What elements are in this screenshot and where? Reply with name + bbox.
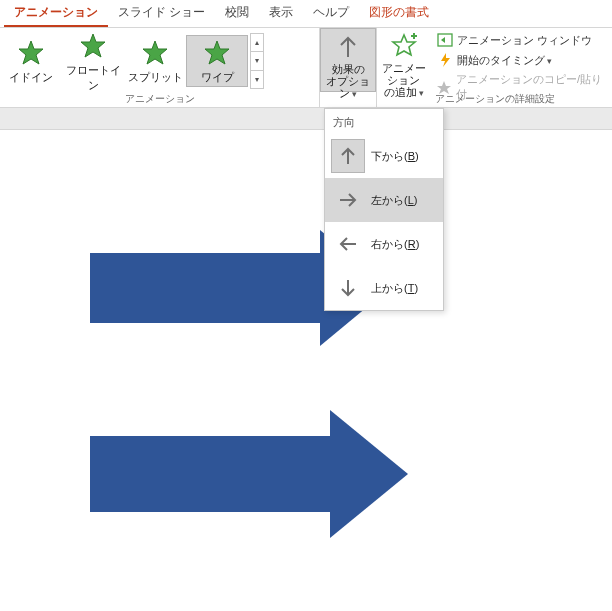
anim-label: フロートイン xyxy=(62,63,124,93)
trigger-label: 開始のタイミング xyxy=(457,53,553,68)
anim-flyin-partial[interactable]: イドイン xyxy=(0,36,62,86)
tab-shape-format[interactable]: 図形の書式 xyxy=(359,0,439,27)
tab-help[interactable]: ヘルプ xyxy=(303,0,359,27)
animation-pane-button[interactable]: アニメーション ウィンドウ xyxy=(431,30,612,50)
direction-from-top[interactable]: 上から(T) xyxy=(325,266,443,310)
gallery-down[interactable]: ▾ xyxy=(251,52,263,70)
ribbon: イドイン フロートイン スプリット ワイプ ▴ ▾ ▾ xyxy=(0,28,612,108)
ribbon-tabs: アニメーション スライド ショー 校閲 表示 ヘルプ 図形の書式 xyxy=(0,0,612,28)
menu-item-label: 上から(T) xyxy=(371,281,418,296)
arrow-up-icon xyxy=(334,33,362,61)
anim-floatin[interactable]: フロートイン xyxy=(62,29,124,94)
trigger-button[interactable]: 開始のタイミング xyxy=(431,50,612,70)
star-icon xyxy=(17,39,45,67)
svg-marker-2 xyxy=(143,41,167,64)
anim-label: スプリット xyxy=(124,70,186,85)
star-icon xyxy=(203,39,231,67)
gallery-up[interactable]: ▴ xyxy=(251,34,263,52)
animation-pane-label: アニメーション ウィンドウ xyxy=(457,33,592,48)
svg-marker-1 xyxy=(81,34,105,57)
menu-item-label: 右から(R) xyxy=(371,237,419,252)
anim-label: イドイン xyxy=(0,70,62,85)
arrow-head xyxy=(330,410,408,538)
trigger-icon xyxy=(437,52,453,68)
menu-item-label: 下から(B) xyxy=(371,149,419,164)
direction-from-right[interactable]: 右から(R) xyxy=(325,222,443,266)
anim-wipe[interactable]: ワイプ xyxy=(186,35,248,87)
tab-slideshow[interactable]: スライド ショー xyxy=(108,0,215,27)
pane-icon xyxy=(437,32,453,48)
arrow-right-icon xyxy=(331,183,365,217)
add-animation-button[interactable]: アニメーション の追加 xyxy=(377,28,431,100)
anim-split[interactable]: スプリット xyxy=(124,36,186,86)
tab-animation[interactable]: アニメーション xyxy=(4,0,108,27)
anim-label: ワイプ xyxy=(187,70,247,85)
direction-from-bottom[interactable]: 下から(B) xyxy=(325,134,443,178)
group-label-animation: アニメーション xyxy=(0,92,319,107)
svg-marker-0 xyxy=(19,41,43,64)
ruler xyxy=(0,108,612,130)
arrow-left-icon xyxy=(331,227,365,261)
arrow-down-icon xyxy=(331,271,365,305)
star-plus-icon xyxy=(390,32,418,60)
group-advanced: アニメーション の追加 アニメーション ウィンドウ 開始のタイミング xyxy=(377,28,612,107)
group-effect-options: 効果の オプション xyxy=(320,28,377,107)
arrow-shaft xyxy=(90,436,330,512)
direction-from-left[interactable]: 左から(L) xyxy=(325,178,443,222)
menu-item-label: 左から(L) xyxy=(371,193,417,208)
arrow-shaft xyxy=(90,253,320,323)
group-label-advanced: アニメーションの詳細設定 xyxy=(377,92,612,107)
effect-options-label2: オプション xyxy=(321,75,375,100)
svg-marker-5 xyxy=(393,35,415,55)
svg-marker-3 xyxy=(205,41,229,64)
effect-options-menu: 方向 下から(B) 左から(L) 右から(R) 上から(T) xyxy=(324,108,444,311)
gallery-more[interactable]: ▾ xyxy=(251,71,263,88)
star-icon xyxy=(141,39,169,67)
tab-review[interactable]: 校閲 xyxy=(215,0,259,27)
gallery-spinner: ▴ ▾ ▾ xyxy=(250,33,264,89)
animation-gallery: イドイン フロートイン スプリット ワイプ ▴ ▾ ▾ xyxy=(0,28,266,92)
tab-view[interactable]: 表示 xyxy=(259,0,303,27)
star-icon xyxy=(79,32,107,60)
effect-options-button[interactable]: 効果の オプション xyxy=(320,28,376,92)
menu-section-direction: 方向 xyxy=(325,109,443,134)
effect-options-label1: 効果の xyxy=(321,63,375,75)
svg-marker-9 xyxy=(441,53,450,67)
add-anim-label1: アニメーション xyxy=(377,62,431,86)
arrow-up-icon xyxy=(331,139,365,173)
shape-arrow-2[interactable] xyxy=(90,410,408,538)
slide-canvas[interactable] xyxy=(0,130,612,610)
group-animation: イドイン フロートイン スプリット ワイプ ▴ ▾ ▾ xyxy=(0,28,320,107)
